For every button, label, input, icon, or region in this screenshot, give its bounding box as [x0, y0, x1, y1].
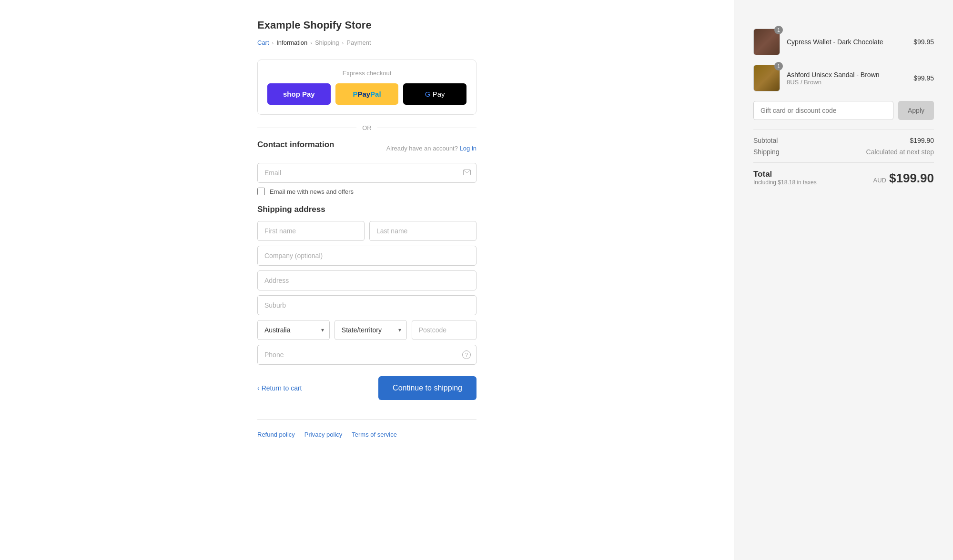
subtotal-row: Subtotal $199.90: [753, 137, 934, 144]
paypal-button[interactable]: PPayPal: [335, 83, 399, 105]
email-icon: [463, 169, 471, 177]
breadcrumb-sep-3: ›: [342, 40, 344, 46]
discount-code-input[interactable]: [753, 101, 893, 120]
total-amount: AUD $199.90: [873, 171, 934, 186]
state-select-wrapper: State/territory ACT NSW NT QLD SA TAS VI…: [335, 320, 407, 340]
breadcrumb-shipping: Shipping: [315, 39, 339, 46]
order-item-0: 1 Cypress Wallet - Dark Chocolate $99.95: [753, 29, 934, 55]
address-field[interactable]: [257, 270, 476, 290]
refund-policy-link[interactable]: Refund policy: [257, 431, 295, 438]
item-info-0: Cypress Wallet - Dark Chocolate: [787, 38, 907, 46]
item-badge-0: 1: [774, 26, 783, 34]
address-details-row: Australia New Zealand United States Stat…: [257, 320, 476, 340]
phone-field[interactable]: [257, 345, 476, 365]
shipping-label: Shipping: [753, 148, 780, 156]
paypal-icon: PPayPal: [353, 90, 381, 98]
item-name-1: Ashford Unisex Sandal - Brown: [787, 71, 907, 79]
shipping-value: Calculated at next step: [866, 148, 934, 156]
terms-link[interactable]: Terms of service: [352, 431, 397, 438]
apply-discount-button[interactable]: Apply: [898, 101, 934, 120]
gpay-icon: G Pay: [425, 90, 445, 98]
total-label: Total: [753, 170, 817, 179]
privacy-policy-link[interactable]: Privacy policy: [304, 431, 342, 438]
right-panel: 1 Cypress Wallet - Dark Chocolate $99.95…: [734, 0, 953, 560]
breadcrumb-cart[interactable]: Cart: [257, 39, 269, 46]
shipping-section-title: Shipping address: [257, 205, 476, 214]
total-label-wrap: Total Including $18.18 in taxes: [753, 170, 817, 186]
email-wrapper: [257, 163, 476, 183]
footer-links: Refund policy Privacy policy Terms of se…: [257, 431, 476, 438]
left-panel: Example Shopify Store Cart › Information…: [0, 0, 734, 560]
item-price-0: $99.95: [913, 38, 934, 46]
newsletter-checkbox-row: Email me with news and offers: [257, 188, 476, 195]
express-buttons: shop Pay PPayPal G Pay: [267, 83, 466, 105]
total-tax: Including $18.18 in taxes: [753, 179, 817, 186]
state-select[interactable]: State/territory ACT NSW NT QLD SA TAS VI…: [335, 320, 407, 340]
total-row: Total Including $18.18 in taxes AUD $199…: [753, 162, 934, 186]
order-item-1: 1 Ashford Unisex Sandal - Brown 8US / Br…: [753, 65, 934, 91]
item-image-wrap-1: 1: [753, 65, 780, 91]
item-price-1: $99.95: [913, 74, 934, 82]
item-variant-1: 8US / Brown: [787, 79, 907, 86]
breadcrumb-information: Information: [276, 39, 307, 46]
continue-to-shipping-button[interactable]: Continue to shipping: [378, 376, 476, 400]
login-link[interactable]: Log in: [460, 145, 476, 152]
last-name-field[interactable]: [369, 221, 476, 241]
item-image-wrap-0: 1: [753, 29, 780, 55]
contact-section-header: Contact information Already have an acco…: [257, 140, 476, 156]
or-divider: OR: [257, 124, 476, 131]
summary-divider-1: [753, 130, 934, 130]
gpay-button[interactable]: G Pay: [403, 83, 466, 105]
company-field[interactable]: [257, 246, 476, 266]
suburb-field[interactable]: [257, 295, 476, 315]
breadcrumb-payment: Payment: [346, 39, 371, 46]
discount-row: Apply: [753, 101, 934, 120]
newsletter-label[interactable]: Email me with news and offers: [270, 188, 354, 195]
subtotal-value: $199.90: [910, 137, 934, 144]
return-to-cart-link[interactable]: ‹ Return to cart: [257, 384, 302, 392]
shipping-row: Shipping Calculated at next step: [753, 148, 934, 156]
store-title: Example Shopify Store: [257, 19, 476, 31]
country-select[interactable]: Australia New Zealand United States: [257, 320, 330, 340]
account-hint: Already have an account? Log in: [386, 145, 476, 152]
breadcrumb-sep-2: ›: [310, 40, 312, 46]
first-name-field[interactable]: [257, 221, 365, 241]
item-badge-1: 1: [774, 62, 783, 70]
total-currency: AUD: [873, 177, 886, 184]
postcode-field[interactable]: [412, 320, 476, 340]
contact-section-title: Contact information: [257, 140, 335, 150]
phone-help-icon: ?: [462, 350, 471, 359]
express-checkout-box: Express checkout shop Pay PPayPal G Pay: [257, 60, 476, 115]
item-name-0: Cypress Wallet - Dark Chocolate: [787, 38, 907, 46]
subtotal-label: Subtotal: [753, 137, 778, 144]
shopify-pay-icon: shop Pay: [283, 90, 315, 98]
chevron-left-icon: ‹: [257, 384, 260, 392]
breadcrumb: Cart › Information › Shipping › Payment: [257, 39, 476, 46]
newsletter-checkbox[interactable]: [257, 188, 265, 195]
email-field[interactable]: [257, 163, 476, 183]
footer-divider: [257, 419, 476, 420]
country-select-wrapper: Australia New Zealand United States: [257, 320, 330, 340]
item-info-1: Ashford Unisex Sandal - Brown 8US / Brow…: [787, 71, 907, 86]
name-row: [257, 221, 476, 246]
total-value: $199.90: [889, 171, 934, 186]
express-checkout-label: Express checkout: [267, 70, 466, 77]
bottom-actions: ‹ Return to cart Continue to shipping: [257, 376, 476, 400]
shopify-pay-button[interactable]: shop Pay: [267, 83, 331, 105]
phone-wrapper: ?: [257, 345, 476, 365]
breadcrumb-sep-1: ›: [272, 40, 274, 46]
